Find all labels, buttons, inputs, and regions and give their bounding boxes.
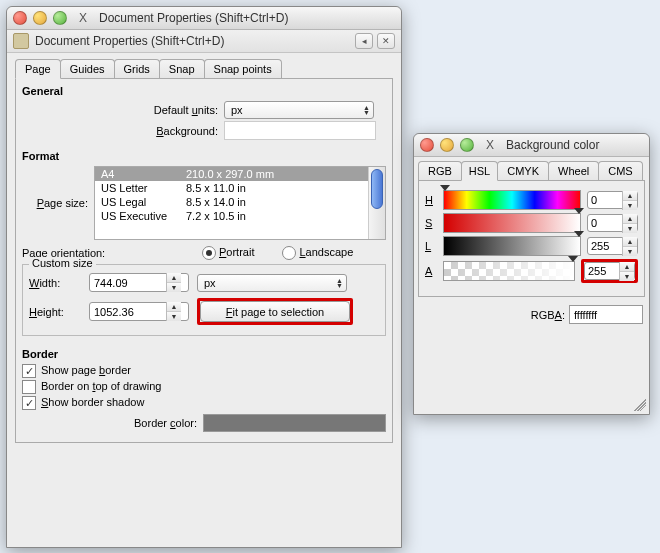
scrollbar-thumb[interactable] bbox=[371, 169, 383, 209]
height-label: Height: bbox=[29, 306, 81, 318]
document-properties-window: X Document Properties (Shift+Ctrl+D) Doc… bbox=[6, 6, 402, 548]
select-arrows-icon: ▲▼ bbox=[336, 278, 343, 288]
hsl-panel: H ▲▼ S ▲▼ L ▲▼ A ▲▼ bbox=[418, 180, 645, 297]
spinner-icon[interactable]: ▲▼ bbox=[166, 273, 181, 292]
list-item[interactable]: US Letter 8.5 x 11.0 in bbox=[95, 181, 385, 195]
default-units-select[interactable]: px ▲▼ bbox=[224, 101, 374, 119]
dialog-close-button[interactable]: ✕ bbox=[377, 33, 395, 49]
close-window-button[interactable] bbox=[420, 138, 434, 152]
checkbox-checked-icon: ✓ bbox=[22, 364, 36, 378]
orientation-portrait[interactable]: Portrait bbox=[202, 246, 254, 260]
custom-size-fieldset: Custom size Width: ▲▼ px ▲▼ Height: bbox=[22, 264, 386, 336]
spinner-icon[interactable]: ▲▼ bbox=[622, 214, 637, 233]
window-title: Background color bbox=[506, 138, 599, 152]
width-label: Width: bbox=[29, 277, 81, 289]
tab-hsl[interactable]: HSL bbox=[461, 161, 498, 181]
default-units-value: px bbox=[231, 104, 243, 116]
app-x-icon: X bbox=[76, 11, 90, 25]
section-border: Border bbox=[22, 348, 386, 360]
tab-page[interactable]: Page bbox=[15, 59, 61, 79]
listbox-scrollbar[interactable] bbox=[368, 167, 385, 239]
hue-slider[interactable] bbox=[443, 190, 581, 210]
slider-thumb-icon[interactable] bbox=[574, 231, 584, 237]
titlebar[interactable]: X Document Properties (Shift+Ctrl+D) bbox=[7, 7, 401, 30]
show-border-shadow-checkbox[interactable]: ✓Show border shadow bbox=[22, 396, 144, 410]
saturation-label: S bbox=[425, 217, 437, 229]
list-item[interactable]: A4 210.0 x 297.0 mm bbox=[95, 167, 385, 181]
tab-rgb[interactable]: RGB bbox=[418, 161, 462, 180]
tab-grids[interactable]: Grids bbox=[114, 59, 160, 78]
spinner-icon[interactable]: ▲▼ bbox=[166, 302, 181, 321]
radio-off-icon bbox=[282, 246, 296, 260]
resize-grip-icon[interactable] bbox=[634, 399, 646, 411]
saturation-slider[interactable] bbox=[443, 213, 581, 233]
tab-guides[interactable]: Guides bbox=[60, 59, 115, 78]
dialog-body: Page Guides Grids Snap Snap points Gener… bbox=[7, 53, 401, 453]
slider-thumb-icon[interactable] bbox=[568, 256, 578, 262]
height-value[interactable] bbox=[90, 306, 166, 318]
custom-units-value: px bbox=[204, 277, 216, 289]
dialog-header: Document Properties (Shift+Ctrl+D) ◂ ✕ bbox=[7, 30, 401, 53]
background-color-window: X Background color RGB HSL CMYK Wheel CM… bbox=[413, 133, 650, 415]
dialog-icon bbox=[13, 33, 29, 49]
checkbox-unchecked-icon bbox=[22, 380, 36, 394]
saturation-input[interactable]: ▲▼ bbox=[587, 214, 638, 232]
width-input[interactable]: ▲▼ bbox=[89, 273, 189, 292]
page-size-label: Page size: bbox=[22, 197, 94, 209]
border-color-label: Border color: bbox=[22, 417, 203, 429]
rgba-label: RGBA: bbox=[531, 309, 565, 321]
checkbox-checked-icon: ✓ bbox=[22, 396, 36, 410]
slider-thumb-icon[interactable] bbox=[440, 185, 450, 191]
width-value[interactable] bbox=[90, 277, 166, 289]
slider-thumb-icon[interactable] bbox=[574, 208, 584, 214]
height-input[interactable]: ▲▼ bbox=[89, 302, 189, 321]
custom-size-legend: Custom size bbox=[29, 257, 96, 269]
border-color-swatch[interactable] bbox=[203, 414, 386, 432]
dialog-menu-button[interactable]: ◂ bbox=[355, 33, 373, 49]
zoom-window-button[interactable] bbox=[460, 138, 474, 152]
tab-strip: Page Guides Grids Snap Snap points bbox=[15, 59, 393, 78]
spinner-icon[interactable]: ▲▼ bbox=[622, 191, 637, 210]
lightness-input[interactable]: ▲▼ bbox=[587, 237, 638, 255]
border-on-top-checkbox[interactable]: Border on top of drawing bbox=[22, 380, 161, 394]
traffic-lights bbox=[13, 11, 67, 25]
tab-cms[interactable]: CMS bbox=[598, 161, 642, 180]
traffic-lights bbox=[420, 138, 474, 152]
color-tab-strip: RGB HSL CMYK Wheel CMS bbox=[418, 161, 645, 180]
lightness-slider[interactable] bbox=[443, 236, 581, 256]
fit-page-to-selection-button[interactable]: Fit page to selection bbox=[200, 301, 350, 322]
show-page-border-checkbox[interactable]: ✓Show page border bbox=[22, 364, 131, 378]
orientation-landscape[interactable]: Landscape bbox=[282, 246, 353, 260]
tab-panel-page: General Default units: px ▲▼ Background:… bbox=[15, 78, 393, 443]
default-units-label: Default units: bbox=[22, 104, 224, 116]
section-general: General bbox=[22, 85, 386, 97]
dialog-title: Document Properties (Shift+Ctrl+D) bbox=[35, 34, 224, 48]
minimize-window-button[interactable] bbox=[440, 138, 454, 152]
hue-label: H bbox=[425, 194, 437, 206]
lightness-label: L bbox=[425, 240, 437, 252]
spinner-icon[interactable]: ▲▼ bbox=[619, 262, 634, 281]
window-title: Document Properties (Shift+Ctrl+D) bbox=[99, 11, 288, 25]
background-color-swatch[interactable] bbox=[224, 121, 376, 140]
close-window-button[interactable] bbox=[13, 11, 27, 25]
alpha-slider[interactable] bbox=[443, 261, 575, 281]
select-arrows-icon: ▲▼ bbox=[363, 105, 370, 115]
tab-cmyk[interactable]: CMYK bbox=[497, 161, 549, 180]
list-item[interactable]: US Executive 7.2 x 10.5 in bbox=[95, 209, 385, 223]
titlebar[interactable]: X Background color bbox=[414, 134, 649, 157]
tab-snap[interactable]: Snap bbox=[159, 59, 205, 78]
alpha-input[interactable]: ▲▼ bbox=[584, 262, 635, 280]
hue-input[interactable]: ▲▼ bbox=[587, 191, 638, 209]
tab-wheel[interactable]: Wheel bbox=[548, 161, 599, 180]
list-item[interactable]: US Legal 8.5 x 14.0 in bbox=[95, 195, 385, 209]
app-x-icon: X bbox=[483, 138, 497, 152]
radio-on-icon bbox=[202, 246, 216, 260]
tab-snap-points[interactable]: Snap points bbox=[204, 59, 282, 78]
page-size-listbox[interactable]: A4 210.0 x 297.0 mm US Letter 8.5 x 11.0… bbox=[94, 166, 386, 240]
section-format: Format bbox=[22, 150, 386, 162]
zoom-window-button[interactable] bbox=[53, 11, 67, 25]
minimize-window-button[interactable] bbox=[33, 11, 47, 25]
custom-units-select[interactable]: px ▲▼ bbox=[197, 274, 347, 292]
rgba-input[interactable]: ffffffff bbox=[569, 305, 643, 324]
spinner-icon[interactable]: ▲▼ bbox=[622, 237, 637, 256]
